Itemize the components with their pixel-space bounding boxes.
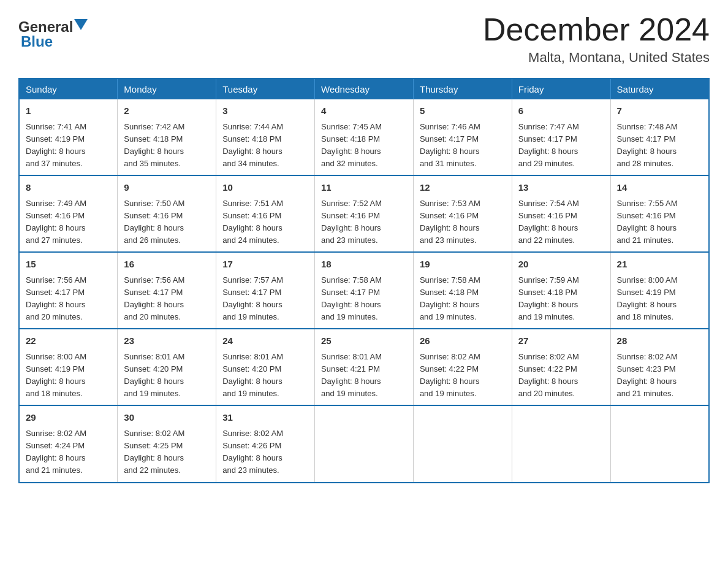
day-number: 20 <box>518 258 604 272</box>
day-number: 30 <box>124 411 210 425</box>
day-number: 9 <box>124 181 210 195</box>
calendar-cell: 19Sunrise: 7:58 AMSunset: 4:18 PMDayligh… <box>413 252 512 329</box>
calendar-cell: 16Sunrise: 7:56 AMSunset: 4:17 PMDayligh… <box>118 252 216 329</box>
logo: General Blue <box>18 18 88 50</box>
day-info: Sunrise: 7:44 AMSunset: 4:18 PMDaylight:… <box>222 121 308 170</box>
day-info: Sunrise: 7:49 AMSunset: 4:16 PMDaylight:… <box>26 197 111 247</box>
svg-marker-0 <box>74 19 88 30</box>
calendar-week-row: 15Sunrise: 7:56 AMSunset: 4:17 PMDayligh… <box>19 252 709 329</box>
calendar-weekday-saturday: Saturday <box>610 79 709 99</box>
day-number: 19 <box>420 258 506 272</box>
day-info: Sunrise: 8:02 AMSunset: 4:22 PMDaylight:… <box>518 351 604 400</box>
day-info: Sunrise: 7:47 AMSunset: 4:17 PMDaylight:… <box>518 121 604 170</box>
calendar-cell: 29Sunrise: 8:02 AMSunset: 4:24 PMDayligh… <box>19 405 118 482</box>
day-number: 27 <box>518 334 604 348</box>
calendar-cell: 10Sunrise: 7:51 AMSunset: 4:16 PMDayligh… <box>216 175 315 252</box>
calendar-cell: 21Sunrise: 8:00 AMSunset: 4:19 PMDayligh… <box>610 252 709 329</box>
day-number: 13 <box>518 181 604 195</box>
day-number: 17 <box>222 258 308 272</box>
calendar-cell: 1Sunrise: 7:41 AMSunset: 4:19 PMDaylight… <box>19 99 118 175</box>
day-number: 25 <box>321 334 407 348</box>
day-number: 29 <box>26 411 111 425</box>
calendar-weekday-thursday: Thursday <box>413 79 512 99</box>
calendar-weekday-wednesday: Wednesday <box>315 79 414 99</box>
calendar-cell: 13Sunrise: 7:54 AMSunset: 4:16 PMDayligh… <box>512 175 610 252</box>
calendar-header-row: SundayMondayTuesdayWednesdayThursdayFrid… <box>19 79 709 99</box>
day-number: 12 <box>420 181 506 195</box>
calendar-week-row: 1Sunrise: 7:41 AMSunset: 4:19 PMDaylight… <box>19 99 709 175</box>
calendar-cell: 18Sunrise: 7:58 AMSunset: 4:17 PMDayligh… <box>315 252 414 329</box>
day-number: 21 <box>617 258 702 272</box>
day-number: 22 <box>26 334 111 348</box>
calendar-cell: 23Sunrise: 8:01 AMSunset: 4:20 PMDayligh… <box>118 329 216 405</box>
calendar-cell: 12Sunrise: 7:53 AMSunset: 4:16 PMDayligh… <box>413 175 512 252</box>
calendar-cell: 5Sunrise: 7:46 AMSunset: 4:17 PMDaylight… <box>413 99 512 175</box>
day-info: Sunrise: 8:01 AMSunset: 4:20 PMDaylight:… <box>222 351 308 400</box>
day-info: Sunrise: 7:55 AMSunset: 4:16 PMDaylight:… <box>617 197 702 247</box>
page-subtitle: Malta, Montana, United States <box>483 50 710 66</box>
page-header: General Blue December 2024 Malta, Montan… <box>18 12 710 66</box>
calendar-cell: 22Sunrise: 8:00 AMSunset: 4:19 PMDayligh… <box>19 329 118 405</box>
calendar-cell: 11Sunrise: 7:52 AMSunset: 4:16 PMDayligh… <box>315 175 414 252</box>
day-number: 2 <box>124 104 210 118</box>
day-number: 4 <box>321 104 407 118</box>
day-number: 18 <box>321 258 407 272</box>
day-info: Sunrise: 8:02 AMSunset: 4:26 PMDaylight:… <box>222 427 308 477</box>
logo-text-blue: Blue <box>21 33 53 50</box>
calendar-cell: 4Sunrise: 7:45 AMSunset: 4:18 PMDaylight… <box>315 99 414 175</box>
day-number: 16 <box>124 258 210 272</box>
day-info: Sunrise: 7:46 AMSunset: 4:17 PMDaylight:… <box>420 121 506 170</box>
calendar-body: 1Sunrise: 7:41 AMSunset: 4:19 PMDaylight… <box>19 99 709 482</box>
day-info: Sunrise: 7:42 AMSunset: 4:18 PMDaylight:… <box>124 121 210 170</box>
calendar-weekday-sunday: Sunday <box>19 79 118 99</box>
calendar-cell <box>413 405 512 482</box>
day-info: Sunrise: 7:53 AMSunset: 4:16 PMDaylight:… <box>420 197 506 247</box>
calendar-cell: 9Sunrise: 7:50 AMSunset: 4:16 PMDaylight… <box>118 175 216 252</box>
day-info: Sunrise: 7:59 AMSunset: 4:18 PMDaylight:… <box>518 274 604 324</box>
day-number: 14 <box>617 181 702 195</box>
day-number: 1 <box>26 104 111 118</box>
calendar-cell: 15Sunrise: 7:56 AMSunset: 4:17 PMDayligh… <box>19 252 118 329</box>
calendar-cell: 2Sunrise: 7:42 AMSunset: 4:18 PMDaylight… <box>118 99 216 175</box>
day-number: 7 <box>617 104 702 118</box>
calendar-cell: 6Sunrise: 7:47 AMSunset: 4:17 PMDaylight… <box>512 99 610 175</box>
calendar-cell: 31Sunrise: 8:02 AMSunset: 4:26 PMDayligh… <box>216 405 315 482</box>
day-number: 15 <box>26 258 111 272</box>
day-number: 3 <box>222 104 308 118</box>
day-number: 23 <box>124 334 210 348</box>
calendar-cell <box>610 405 709 482</box>
day-info: Sunrise: 7:56 AMSunset: 4:17 PMDaylight:… <box>26 274 111 324</box>
day-number: 6 <box>518 104 604 118</box>
calendar-cell: 26Sunrise: 8:02 AMSunset: 4:22 PMDayligh… <box>413 329 512 405</box>
day-info: Sunrise: 8:02 AMSunset: 4:25 PMDaylight:… <box>124 427 210 477</box>
day-number: 28 <box>617 334 702 348</box>
calendar-cell: 7Sunrise: 7:48 AMSunset: 4:17 PMDaylight… <box>610 99 709 175</box>
logo-arrow-icon <box>74 19 88 33</box>
day-info: Sunrise: 8:00 AMSunset: 4:19 PMDaylight:… <box>617 274 702 324</box>
title-block: December 2024 Malta, Montana, United Sta… <box>483 12 710 66</box>
calendar-cell: 28Sunrise: 8:02 AMSunset: 4:23 PMDayligh… <box>610 329 709 405</box>
calendar-week-row: 22Sunrise: 8:00 AMSunset: 4:19 PMDayligh… <box>19 329 709 405</box>
day-number: 11 <box>321 181 407 195</box>
calendar-cell: 25Sunrise: 8:01 AMSunset: 4:21 PMDayligh… <box>315 329 414 405</box>
calendar-cell: 27Sunrise: 8:02 AMSunset: 4:22 PMDayligh… <box>512 329 610 405</box>
calendar-cell: 14Sunrise: 7:55 AMSunset: 4:16 PMDayligh… <box>610 175 709 252</box>
calendar-cell: 8Sunrise: 7:49 AMSunset: 4:16 PMDaylight… <box>19 175 118 252</box>
calendar-cell: 20Sunrise: 7:59 AMSunset: 4:18 PMDayligh… <box>512 252 610 329</box>
day-info: Sunrise: 7:45 AMSunset: 4:18 PMDaylight:… <box>321 121 407 170</box>
day-info: Sunrise: 7:52 AMSunset: 4:16 PMDaylight:… <box>321 197 407 247</box>
day-info: Sunrise: 7:58 AMSunset: 4:18 PMDaylight:… <box>420 274 506 324</box>
calendar-cell: 30Sunrise: 8:02 AMSunset: 4:25 PMDayligh… <box>118 405 216 482</box>
day-info: Sunrise: 7:56 AMSunset: 4:17 PMDaylight:… <box>124 274 210 324</box>
calendar-cell: 17Sunrise: 7:57 AMSunset: 4:17 PMDayligh… <box>216 252 315 329</box>
calendar-cell: 24Sunrise: 8:01 AMSunset: 4:20 PMDayligh… <box>216 329 315 405</box>
page-title: December 2024 <box>483 12 710 47</box>
calendar-weekday-monday: Monday <box>118 79 216 99</box>
day-info: Sunrise: 7:58 AMSunset: 4:17 PMDaylight:… <box>321 274 407 324</box>
day-number: 10 <box>222 181 308 195</box>
day-info: Sunrise: 7:54 AMSunset: 4:16 PMDaylight:… <box>518 197 604 247</box>
day-info: Sunrise: 7:48 AMSunset: 4:17 PMDaylight:… <box>617 121 702 170</box>
calendar-weekday-tuesday: Tuesday <box>216 79 315 99</box>
day-number: 31 <box>222 411 308 425</box>
day-number: 8 <box>26 181 111 195</box>
